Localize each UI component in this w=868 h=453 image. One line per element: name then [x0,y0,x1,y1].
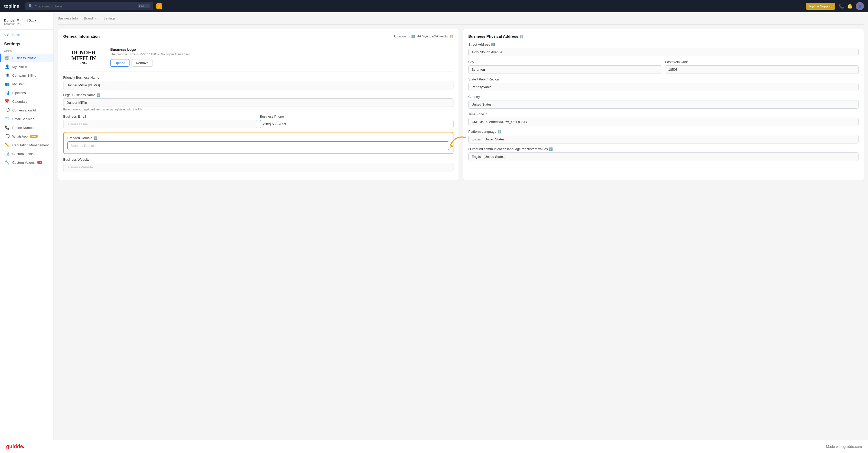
remove-button[interactable]: Remove [131,59,153,67]
tabs-strip: Business Info Branding Settings [58,17,864,25]
friendly-name-field-group: Friendly Business Name [63,76,454,89]
business-phone-input[interactable] [260,120,454,129]
app-logo: topline [4,4,19,9]
sidebar-item-label: My Profile [12,65,27,69]
search-shortcut: Ctrl + K [138,4,150,8]
city-input[interactable] [468,65,662,74]
country-label: Country [468,95,859,98]
sidebar-item-label: Pipelines [12,91,26,95]
avatar[interactable]: 👤 [856,2,864,10]
business-website-input[interactable] [63,163,454,171]
sidebar-item-label: Calendars [12,100,27,104]
sidebar-item-custom-fields[interactable]: 📝 Custom Fields [0,149,54,158]
content-columns: General Information Location ID ℹ️ f4rki… [58,29,864,180]
sidebar-item-my-profile[interactable]: 👤 My Profile [0,62,54,71]
general-info-card: General Information Location ID ℹ️ f4rki… [58,29,459,180]
branded-domain-info-icon[interactable]: ℹ️ [93,136,97,140]
my-profile-icon: 👤 [5,64,10,69]
calendars-icon: 📅 [5,99,10,104]
sidebar-item-label: Email Services [12,117,34,121]
business-website-label: Business Website [63,158,454,162]
city-field-group: City [468,60,662,74]
sidebar-item-my-staff[interactable]: 👥 My Staff [0,80,54,88]
apps-section-label: Apps [0,48,54,54]
platform-lang-label: Platform Language ℹ️ [468,130,859,134]
copy-icon[interactable]: 📋 [450,35,454,38]
location-id-label: Location ID [394,35,410,38]
search-icon: 🔍 [28,4,33,8]
tab-settings[interactable]: Settings [103,17,116,22]
support-button[interactable]: topline Support [806,3,835,10]
sidebar-item-calendars[interactable]: 📅 Calendars [0,97,54,106]
upload-button[interactable]: Upload [110,59,129,67]
sidebar: Dunder Mifflin [D... ▾ Scranton, PA < Go… [0,12,54,440]
sidebar-item-conversation-ai[interactable]: 💬 Conversation AI [0,106,54,115]
outbound-lang-info-icon[interactable]: ℹ️ [549,147,553,151]
address-info-icon[interactable]: ℹ️ [520,35,523,38]
sidebar-item-label: Conversation AI [12,108,36,112]
sidebar-item-label: WhatsApp [12,135,28,138]
main-content: Business Info Branding Settings General … [54,12,868,440]
sidebar-item-label: Custom Fields [12,152,33,156]
sidebar-item-reputation-management[interactable]: ✏️ Reputation Management [0,141,54,149]
sidebar-item-custom-values[interactable]: 🔧 Custom Values 12 [0,158,54,167]
location-id-section: Location ID ℹ️ f4rkiVQsxJaZlkCmaJlw 📋 [394,35,454,38]
address-header: Business Physical Address ℹ️ [468,34,859,38]
business-phone-label: Business Phone [260,115,454,118]
platform-lang-select[interactable]: English (United States) Spanish French [468,135,859,143]
platform-lang-field-group: Platform Language ℹ️ English (United Sta… [468,130,859,143]
logo-info: Business Logo The proposed size is 350px… [110,48,454,67]
custom-values-icon: 🔧 [5,160,10,165]
search-bar[interactable]: 🔍 Ctrl + K [25,2,153,10]
street-input[interactable] [468,48,859,56]
phone-numbers-icon: 📞 [5,125,10,130]
logo-actions: Upload Remove [110,59,454,67]
beta-badge: beta [30,135,38,138]
country-select[interactable]: United States Canada United Kingdom [468,100,859,109]
friendly-name-label: Friendly Business Name [63,76,454,79]
notifications-icon[interactable]: 🔔 [847,3,852,9]
state-select[interactable]: Pennsylvania New York California [468,83,859,91]
svg-marker-0 [450,144,453,148]
business-email-input[interactable] [63,120,257,129]
branded-domain-label: Branded Domain ℹ️ [67,136,450,140]
account-section: Dunder Mifflin [D... ▾ Scranton, PA [0,17,54,30]
account-location: Scranton, PA [4,22,50,25]
go-back-button[interactable]: < Go Back [0,30,54,40]
state-field-group: State / Prov / Region Pennsylvania New Y… [468,77,859,91]
branded-domain-input[interactable] [67,141,450,150]
friendly-name-input[interactable] [63,81,454,89]
legal-name-info-icon[interactable]: ℹ️ [96,93,100,97]
legal-name-input[interactable] [63,98,454,107]
business-website-field-group: Business Website [63,158,454,171]
postal-input[interactable] [665,65,859,74]
account-name[interactable]: Dunder Mifflin [D... ▾ [4,19,50,22]
sidebar-item-company-billing[interactable]: 🏦 Company Billing [0,71,54,80]
tab-branding[interactable]: Branding [84,17,97,22]
city-label: City [468,60,662,64]
sidebar-item-label: My Staff [12,82,24,86]
country-field-group: Country United States Canada United King… [468,95,859,109]
search-input[interactable] [35,4,135,8]
sidebar-item-email-services[interactable]: ✉️ Email Services [0,115,54,123]
city-postal-row: City Postal/Zip Code [468,60,859,77]
location-id-value: f4rkiVQsxJaZlkCmaJlw [416,35,448,38]
platform-lang-info-icon[interactable]: ℹ️ [497,130,501,134]
timezone-field-group: Time Zone * GMT-05:00 America/New_York (… [468,112,859,126]
phone-icon[interactable]: 📞 [838,3,844,9]
general-info-header: General Information Location ID ℹ️ f4rki… [63,34,454,38]
sidebar-item-phone-numbers[interactable]: 📞 Phone Numbers [0,123,54,132]
sidebar-item-label: Phone Numbers [12,126,36,130]
tab-business-info[interactable]: Business Info [58,17,78,22]
street-info-icon[interactable]: ℹ️ [491,43,495,46]
sidebar-item-whatsapp[interactable]: 💬 WhatsApp beta [0,132,54,141]
legal-name-label: Legal Business Name ℹ️ [63,93,454,97]
postal-label: Postal/Zip Code [665,60,859,64]
lightning-icon[interactable]: ⚡ [156,3,162,9]
sidebar-item-pipelines[interactable]: 📊 Pipelines [0,88,54,97]
business-email-field-group: Business Email [63,115,257,129]
location-id-info-icon[interactable]: ℹ️ [411,35,415,38]
sidebar-item-business-profile[interactable]: 🏢 Business Profile [0,54,54,62]
outbound-lang-select[interactable]: English (United States) Spanish French [468,152,859,161]
timezone-select[interactable]: GMT-05:00 America/New_York (EST) GMT-06:… [468,118,859,126]
